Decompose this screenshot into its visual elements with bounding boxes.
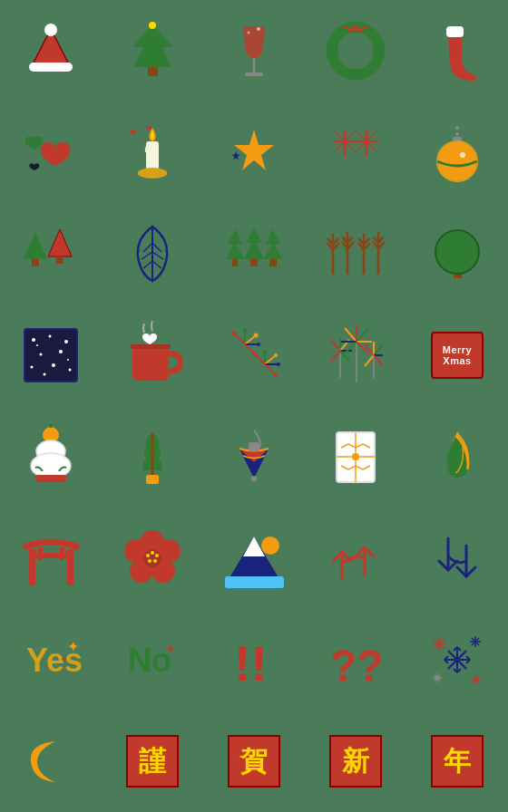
stars-cell [203, 102, 305, 203]
torii-gate-icon [15, 522, 87, 594]
svg-point-161 [148, 559, 151, 563]
xmas-text: Xmas [443, 355, 471, 366]
svg-text:!!: !! [234, 635, 268, 691]
round-tree-icon [421, 218, 493, 290]
svg-point-11 [343, 38, 368, 63]
svg-point-15 [353, 25, 358, 31]
kagami-mochi-cell [0, 406, 102, 508]
kanji-ga-char: 賀 [240, 743, 268, 780]
kanji-kin-char: 謹 [139, 743, 166, 780]
svg-text:✦: ✦ [67, 639, 79, 654]
pine-trees-icon [218, 218, 290, 290]
svg-rect-149 [29, 553, 73, 558]
svg-rect-16 [446, 26, 464, 37]
svg-text:✦: ✦ [60, 654, 67, 664]
noshi-envelope-icon [319, 420, 392, 493]
svg-point-89 [67, 359, 69, 361]
svg-line-102 [254, 353, 265, 364]
svg-rect-4 [148, 67, 158, 76]
svg-point-87 [69, 369, 72, 372]
red-mug-cell [102, 304, 203, 406]
svg-line-122 [357, 328, 368, 342]
svg-point-35 [460, 152, 465, 158]
christmas-tree-icon [116, 14, 189, 87]
svg-point-141 [251, 476, 257, 481]
svg-line-44 [143, 243, 152, 252]
svg-rect-150 [38, 547, 43, 560]
candle-cell [102, 102, 203, 203]
svg-rect-52 [250, 259, 258, 266]
svg-point-158 [151, 551, 154, 555]
svg-rect-49 [232, 259, 238, 266]
svg-line-120 [345, 328, 357, 342]
ornament-icon [421, 116, 493, 188]
merry-text: Merry [443, 344, 472, 355]
down-arrow-icon [421, 522, 493, 594]
fireworks-large-cell [305, 304, 406, 406]
svg-point-98 [243, 329, 247, 333]
svg-text:??: ?? [330, 642, 384, 690]
svg-point-86 [52, 363, 55, 367]
pine-trees-cell [203, 203, 305, 304]
pine-decoration-icon [116, 420, 189, 493]
svg-point-146 [352, 453, 359, 460]
kanji-shin-icon: 新 [319, 725, 392, 798]
snowflakes-icon [421, 624, 493, 696]
snowflakes-cell [406, 609, 508, 710]
candle-icon [116, 116, 189, 188]
leaf-cell [102, 203, 203, 304]
svg-rect-39 [56, 256, 64, 264]
kanji-nen-cell: 年 [406, 710, 508, 812]
stocking-cell [406, 0, 508, 102]
kanji-kin-cell: 謹 [102, 710, 203, 812]
svg-line-45 [142, 252, 152, 259]
svg-marker-38 [48, 229, 72, 256]
kanji-shin-box: 新 [329, 735, 382, 788]
round-tree-cell [406, 203, 508, 304]
noshi-ornament-cell [406, 406, 508, 508]
hearts-cell [0, 102, 102, 203]
yes-cell: Yes ✦ ✦ [0, 609, 102, 710]
plum-blossom-cell [102, 508, 203, 609]
svg-rect-55 [269, 259, 277, 266]
angel-wings-icon [319, 116, 392, 188]
exclamation-icon: !! [218, 624, 290, 696]
icon-grid: Merry Xmas [0, 0, 508, 812]
question-icon: ?? [319, 624, 392, 696]
plum-blossom-icon [116, 522, 189, 594]
noshi-ornament-icon [421, 420, 493, 493]
svg-line-130 [374, 344, 383, 355]
kanji-ga-icon: 賀 [218, 725, 290, 798]
no-icon: No ✦ · [116, 624, 189, 696]
kanji-nen-char: 年 [444, 743, 471, 780]
kanji-nen-box: 年 [431, 735, 484, 788]
svg-line-43 [152, 261, 161, 268]
svg-rect-151 [60, 547, 64, 560]
yes-icon: Yes ✦ ✦ [15, 624, 87, 696]
svg-point-160 [153, 559, 157, 563]
svg-point-111 [274, 373, 278, 377]
trees-triangle-cell [0, 203, 102, 304]
svg-line-41 [152, 243, 161, 252]
svg-line-104 [265, 355, 276, 364]
kanji-ga-cell: 賀 [203, 710, 305, 812]
noshi-envelope-cell [305, 406, 406, 508]
svg-text:·: · [171, 654, 173, 664]
svg-line-46 [143, 261, 152, 268]
svg-point-88 [44, 373, 46, 376]
svg-point-99 [254, 333, 259, 337]
up-arrow-icon [319, 522, 392, 594]
moon-cell [0, 710, 102, 812]
no-cell: No ✦ · [102, 609, 203, 710]
night-sky-cell [0, 304, 102, 406]
svg-marker-36 [24, 232, 47, 259]
svg-rect-17 [146, 141, 159, 170]
svg-point-90 [36, 344, 38, 346]
leaf-icon [116, 218, 189, 290]
spinning-top-icon [218, 420, 290, 493]
svg-point-109 [274, 353, 278, 357]
svg-rect-2 [29, 63, 73, 72]
trees-triangle-icon [15, 218, 87, 290]
svg-point-110 [277, 362, 280, 366]
svg-point-97 [232, 331, 237, 335]
